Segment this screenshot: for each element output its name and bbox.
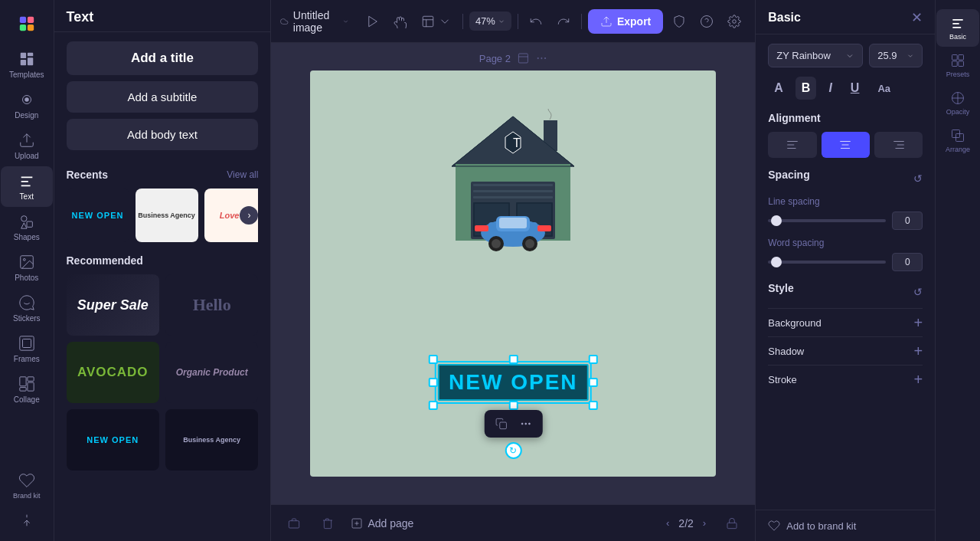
sidebar-item-design[interactable]: Design xyxy=(1,85,53,126)
delete-button[interactable] xyxy=(317,513,338,534)
recents-next-arrow[interactable]: › xyxy=(240,206,258,225)
background-add-button[interactable]: + xyxy=(914,315,923,330)
rec-avocado[interactable]: AVOCADO xyxy=(67,342,159,403)
background-row: Background + xyxy=(768,308,923,336)
svg-rect-34 xyxy=(473,190,553,192)
rail-presets[interactable]: Presets xyxy=(936,47,979,84)
present-button[interactable] xyxy=(361,10,384,33)
sidebar-item-shapes[interactable]: Shapes xyxy=(1,207,53,248)
handle-tr[interactable] xyxy=(589,355,598,364)
font-size-selector[interactable]: 25.9 xyxy=(869,44,923,67)
shadow-add-button[interactable]: + xyxy=(914,343,923,359)
line-spacing-thumb[interactable] xyxy=(771,215,782,226)
prev-page-button[interactable]: ‹ xyxy=(663,514,672,532)
add-body-button[interactable]: Add body text xyxy=(67,119,259,150)
more-options-button[interactable] xyxy=(516,415,534,433)
svg-point-28 xyxy=(544,57,545,58)
word-spacing-thumb[interactable] xyxy=(771,257,782,267)
line-spacing-slider[interactable] xyxy=(768,219,886,222)
rec-new-open2[interactable]: NEW OPEN xyxy=(67,409,159,471)
app-logo[interactable] xyxy=(1,6,53,41)
handle-bm[interactable] xyxy=(508,401,518,410)
handle-tl[interactable] xyxy=(429,355,438,364)
line-spacing-slider-row: 0 xyxy=(768,211,923,230)
handle-mr[interactable] xyxy=(589,378,598,387)
svg-rect-4 xyxy=(21,53,26,58)
settings-button[interactable] xyxy=(723,10,746,33)
rec-super-sale[interactable]: Super Sale xyxy=(67,274,159,336)
rec-business2[interactable]: Business Agency xyxy=(165,409,258,471)
add-page-label: Add page xyxy=(368,517,413,530)
page-indicator: 2/2 xyxy=(678,517,693,530)
align-right-button[interactable] xyxy=(874,132,923,158)
rec-organic[interactable]: Organic Product xyxy=(165,342,258,403)
word-spacing-input[interactable]: 0 xyxy=(892,253,923,271)
rotate-handle[interactable]: ↻ xyxy=(505,442,521,459)
sidebar-label-design: Design xyxy=(15,111,38,120)
zoom-button[interactable]: 47% xyxy=(469,11,511,31)
stroke-add-button[interactable]: + xyxy=(914,372,923,387)
sidebar-item-templates[interactable]: Templates xyxy=(1,44,53,85)
shield-button[interactable] xyxy=(668,10,691,33)
sidebar-item-collage[interactable]: Collage xyxy=(1,369,53,410)
spacing-refresh-button[interactable]: ↺ xyxy=(913,172,923,185)
handle-bl[interactable] xyxy=(429,401,438,410)
font-selector[interactable]: ZY Rainbow xyxy=(768,44,863,67)
sidebar-item-upload[interactable]: Upload xyxy=(1,126,53,166)
layout-button[interactable] xyxy=(416,10,456,33)
selected-text-element[interactable]: NEW OPEN ↻ xyxy=(435,361,591,404)
sidebar-item-brand[interactable]: Brand kit xyxy=(1,466,53,506)
export-button[interactable]: Export xyxy=(588,9,663,34)
undo-button[interactable] xyxy=(524,10,547,33)
undo-icon xyxy=(529,15,543,28)
recent-business-agency[interactable]: Business Agency xyxy=(136,189,198,242)
spacing-label: Spacing xyxy=(768,169,809,181)
brand-kit-bar[interactable]: Add to brand kit xyxy=(756,510,935,541)
rail-basic[interactable]: Basic xyxy=(936,9,979,47)
format-color-button[interactable]: A xyxy=(768,77,789,100)
sidebar-item-photos[interactable]: Photos xyxy=(1,248,53,288)
svg-rect-18 xyxy=(28,377,34,382)
panel-close-button[interactable]: ✕ xyxy=(911,11,923,25)
add-title-button[interactable]: Add a title xyxy=(67,41,259,75)
lock-button[interactable] xyxy=(721,513,743,534)
more-icon[interactable] xyxy=(535,52,547,64)
rail-opacity[interactable]: Opacity xyxy=(936,84,979,122)
align-left-button[interactable] xyxy=(768,132,816,158)
redo-button[interactable] xyxy=(552,10,575,33)
next-page-button[interactable]: › xyxy=(700,514,709,532)
help-button[interactable] xyxy=(695,10,718,33)
doc-title-text: Untitled image xyxy=(293,9,338,34)
handle-tm[interactable] xyxy=(508,355,518,364)
rec-hello[interactable]: Hello xyxy=(165,274,258,336)
align-center-button[interactable] xyxy=(822,132,870,158)
document-title[interactable]: Untitled image xyxy=(280,9,348,34)
hand-tool-button[interactable] xyxy=(389,10,412,33)
sidebar-item-text[interactable]: Text xyxy=(1,166,53,207)
sidebar-collapse[interactable] xyxy=(1,506,53,535)
rail-arrange[interactable]: Arrange xyxy=(936,122,979,159)
format-bold-button[interactable]: B xyxy=(795,77,817,100)
svg-rect-20 xyxy=(20,388,26,392)
canvas[interactable]: T NEW OPEN xyxy=(310,70,716,477)
copy-style-button[interactable] xyxy=(492,415,510,433)
format-italic-button[interactable]: I xyxy=(822,77,838,100)
add-page-button[interactable]: Add page xyxy=(351,517,413,530)
handle-ml[interactable] xyxy=(429,378,438,387)
style-refresh-button[interactable]: ↺ xyxy=(913,286,923,298)
word-spacing-slider[interactable] xyxy=(768,261,886,264)
canvas-wrapper[interactable]: Page 2 xyxy=(271,43,755,504)
format-case-button[interactable]: Aa xyxy=(871,78,897,99)
sidebar-item-frames[interactable]: Frames xyxy=(1,329,53,369)
view-all-link[interactable]: View all xyxy=(227,169,258,180)
sidebar-label-frames: Frames xyxy=(14,355,40,363)
add-subtitle-button[interactable]: Add a subtitle xyxy=(67,81,259,113)
arrange-button[interactable] xyxy=(283,513,305,534)
sidebar-item-stickers[interactable]: Stickers xyxy=(1,288,53,329)
canvas-text-new-open[interactable]: NEW OPEN xyxy=(438,364,588,401)
recent-new-open[interactable]: NEW OPEN xyxy=(67,189,129,242)
sidebar-label-stickers: Stickers xyxy=(13,314,41,323)
format-underline-button[interactable]: U xyxy=(844,77,866,100)
handle-br[interactable] xyxy=(589,401,598,410)
line-spacing-input[interactable]: 0 xyxy=(892,211,923,230)
